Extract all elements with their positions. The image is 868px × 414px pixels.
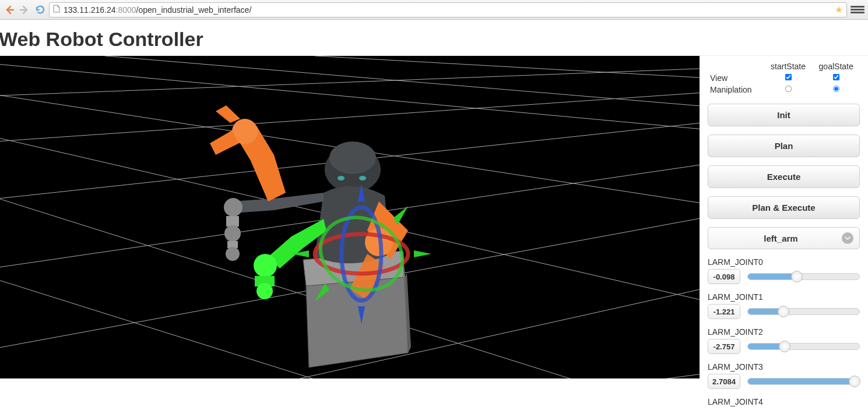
joint-row: -0.098 — [708, 269, 860, 284]
joint-value[interactable]: -1.221 — [708, 304, 740, 319]
svg-rect-25 — [226, 216, 239, 227]
arm-selector[interactable]: left_arm — [708, 227, 860, 249]
nav-back-button[interactable] — [3, 4, 15, 16]
joint-slider[interactable] — [747, 308, 860, 315]
joint-block: LARM_JOINT1-1.221 — [708, 292, 860, 319]
url-host: 133.11.216.24 — [64, 5, 116, 15]
init-button[interactable]: Init — [708, 104, 860, 126]
svg-point-31 — [254, 254, 277, 277]
page-header: Web Robot Controller — [0, 20, 868, 56]
execute-button[interactable]: Execute — [708, 165, 860, 188]
joint-row: -1.221 — [708, 304, 860, 319]
3d-viewport[interactable] — [0, 56, 700, 378]
url-path: /open_industrial_web_interface/ — [136, 5, 252, 15]
joint-label: LARM_JOINT1 — [708, 292, 860, 302]
view-goal-checkbox[interactable] — [833, 74, 839, 80]
col-goal-state: goalState — [812, 61, 860, 72]
page-title: Web Robot Controller — [0, 28, 868, 51]
plan-button[interactable]: Plan — [708, 135, 860, 157]
nav-forward-button[interactable] — [19, 4, 30, 16]
arm-selector-label: left_arm — [714, 233, 837, 243]
svg-marker-37 — [414, 250, 431, 257]
svg-point-26 — [224, 225, 241, 242]
joint-value[interactable]: -2.757 — [708, 339, 740, 354]
row-manip-label: Maniplation — [708, 84, 764, 95]
joint-row: -2.757 — [708, 339, 860, 354]
row-view-label: View — [708, 72, 764, 84]
bookmark-star-icon[interactable]: ★ — [835, 4, 843, 15]
joint-slider[interactable] — [747, 343, 860, 350]
plan-execute-button[interactable]: Plan & Execute — [708, 196, 860, 219]
joint-block: LARM_JOINT2-2.757 — [708, 327, 860, 354]
joint-label: LARM_JOINT0 — [708, 257, 860, 267]
slider-thumb[interactable] — [849, 376, 860, 387]
joint-row: 2.7084 — [708, 374, 860, 389]
svg-point-28 — [226, 247, 240, 261]
joint-label: LARM_JOINT4 — [708, 397, 860, 406]
chevron-down-icon — [842, 232, 853, 244]
svg-point-21 — [329, 141, 376, 174]
svg-point-24 — [224, 198, 243, 217]
joint-block: LARM_JOINT32.7084 — [708, 362, 860, 389]
browser-toolbar: 133.11.216.24:8000/open_industrial_web_i… — [0, 0, 868, 20]
slider-thumb[interactable] — [779, 341, 790, 352]
joint-value[interactable]: 2.7084 — [708, 374, 740, 389]
joint-block: LARM_JOINT0-0.098 — [708, 257, 860, 284]
state-table: startState goalState View Maniplation — [708, 61, 860, 95]
joint-label: LARM_JOINT3 — [708, 362, 860, 371]
url-port: :8000 — [116, 5, 136, 15]
joint-label: LARM_JOINT2 — [708, 327, 860, 337]
page-icon — [53, 5, 60, 15]
url-bar[interactable]: 133.11.216.24:8000/open_industrial_web_i… — [49, 2, 847, 17]
slider-thumb[interactable] — [791, 271, 803, 282]
robot-arm-orange — [210, 105, 286, 201]
control-panel: startState goalState View Maniplation In… — [700, 56, 868, 414]
view-start-checkbox[interactable] — [785, 74, 792, 80]
manip-start-radio[interactable] — [785, 86, 792, 92]
joint-value[interactable]: -0.098 — [708, 269, 740, 284]
joint-slider[interactable] — [747, 273, 860, 280]
reload-button[interactable] — [34, 4, 45, 16]
slider-thumb[interactable] — [778, 306, 789, 317]
joint-block: LARM_JOINT4 — [708, 397, 860, 406]
manip-goal-radio[interactable] — [833, 86, 839, 92]
svg-point-23 — [359, 176, 366, 181]
joint-slider[interactable] — [747, 378, 860, 385]
col-start-state: startState — [764, 61, 813, 72]
menu-button[interactable] — [851, 4, 865, 16]
svg-point-22 — [338, 176, 345, 181]
svg-point-33 — [256, 283, 273, 299]
